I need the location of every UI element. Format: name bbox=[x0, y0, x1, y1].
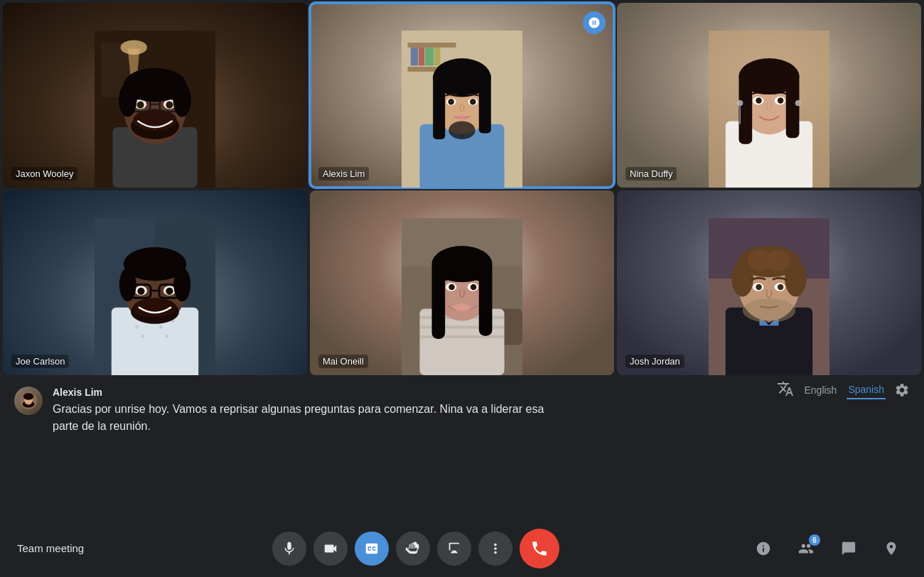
participant-name-alexis: Alexis Lim bbox=[318, 167, 369, 180]
caption-speaker-avatar bbox=[14, 387, 43, 415]
svg-point-17 bbox=[137, 101, 144, 108]
video-tile-nina[interactable]: Nina Duffy bbox=[617, 3, 921, 188]
video-tile-joe[interactable]: Joe Carlson bbox=[3, 190, 307, 375]
toolbar-center bbox=[272, 529, 559, 568]
spanish-language-btn[interactable]: Spanish bbox=[847, 381, 886, 399]
svg-point-101 bbox=[448, 284, 455, 291]
svg-point-119 bbox=[778, 284, 784, 291]
svg-point-84 bbox=[173, 268, 190, 302]
jaxon-avatar-graphic bbox=[3, 31, 307, 188]
svg-point-115 bbox=[766, 249, 790, 271]
svg-point-80 bbox=[137, 288, 144, 295]
svg-point-110 bbox=[743, 298, 796, 323]
svg-point-98 bbox=[453, 303, 471, 312]
meeting-title-area: Team meeting bbox=[17, 542, 84, 555]
language-settings-btn[interactable] bbox=[894, 382, 910, 398]
svg-rect-35 bbox=[433, 73, 445, 140]
svg-point-67 bbox=[141, 334, 144, 338]
svg-rect-26 bbox=[411, 48, 418, 66]
participant-name-jaxon: Jaxon Wooley bbox=[11, 167, 77, 180]
captions-button[interactable] bbox=[355, 532, 389, 566]
svg-rect-28 bbox=[425, 48, 434, 66]
svg-point-57 bbox=[795, 100, 802, 107]
present-button[interactable] bbox=[437, 532, 471, 566]
english-language-btn[interactable]: English bbox=[802, 382, 838, 399]
svg-rect-92 bbox=[420, 335, 505, 338]
participant-name-mai: Mai Oneill bbox=[318, 355, 368, 368]
svg-point-40 bbox=[448, 99, 454, 105]
svg-rect-97 bbox=[479, 261, 493, 336]
camera-button[interactable] bbox=[313, 532, 348, 566]
participant-name-josh: Josh Jordan bbox=[625, 355, 684, 368]
nina-avatar-graphic bbox=[617, 31, 921, 188]
toolbar-right: 6 bbox=[748, 533, 907, 564]
mic-button[interactable] bbox=[272, 532, 306, 566]
svg-point-55 bbox=[778, 97, 784, 104]
bottom-toolbar: Team meeting bbox=[0, 520, 924, 577]
svg-point-102 bbox=[471, 284, 477, 291]
activities-button[interactable] bbox=[876, 533, 907, 564]
svg-point-118 bbox=[756, 284, 762, 291]
svg-point-37 bbox=[448, 122, 475, 140]
mai-avatar-graphic bbox=[310, 218, 614, 375]
svg-point-41 bbox=[470, 99, 476, 105]
svg-rect-29 bbox=[434, 48, 441, 66]
meeting-title: Team meeting bbox=[17, 542, 84, 554]
video-tile-josh[interactable]: Josh Jordan bbox=[617, 190, 921, 375]
svg-point-54 bbox=[756, 97, 762, 104]
caption-text: Gracias por unrise hoy. Vamos a reprisar… bbox=[53, 401, 550, 435]
svg-point-3 bbox=[121, 41, 147, 55]
speaking-indicator bbox=[583, 11, 606, 34]
svg-point-68 bbox=[165, 334, 168, 338]
svg-rect-50 bbox=[739, 72, 753, 144]
video-grid: Jaxon Wooley bbox=[0, 0, 924, 378]
svg-point-65 bbox=[159, 325, 163, 328]
svg-point-123 bbox=[23, 393, 33, 400]
svg-point-63 bbox=[135, 325, 139, 328]
svg-point-21 bbox=[173, 83, 192, 117]
language-bar: English Spanish bbox=[777, 380, 910, 400]
video-tile-mai[interactable]: Mai Oneill bbox=[310, 190, 614, 375]
meeting-info-button[interactable] bbox=[748, 533, 779, 564]
chat-button[interactable] bbox=[833, 533, 864, 564]
svg-point-18 bbox=[166, 101, 173, 108]
svg-rect-24 bbox=[408, 43, 456, 48]
svg-point-83 bbox=[119, 268, 136, 302]
svg-point-56 bbox=[737, 100, 743, 107]
translate-icon bbox=[777, 380, 794, 400]
svg-rect-36 bbox=[479, 73, 491, 134]
svg-rect-96 bbox=[432, 261, 446, 340]
svg-point-81 bbox=[166, 288, 173, 295]
people-count-badge: 6 bbox=[809, 534, 820, 546]
svg-point-42 bbox=[457, 115, 467, 120]
svg-rect-27 bbox=[419, 48, 425, 66]
raise-hand-button[interactable] bbox=[396, 532, 430, 566]
alexis-avatar-graphic bbox=[310, 31, 614, 188]
video-tile-jaxon[interactable]: Jaxon Wooley bbox=[3, 3, 307, 188]
video-tile-alexis[interactable]: Alexis Lim bbox=[310, 3, 614, 188]
end-call-button[interactable] bbox=[520, 529, 559, 568]
participant-name-joe: Joe Carlson bbox=[11, 355, 69, 368]
participant-name-nina: Nina Duffy bbox=[625, 167, 677, 180]
people-button[interactable]: 6 bbox=[790, 533, 822, 564]
svg-point-20 bbox=[119, 83, 137, 117]
joe-avatar-graphic bbox=[3, 218, 307, 375]
more-options-button[interactable] bbox=[478, 532, 512, 566]
josh-avatar-graphic bbox=[617, 218, 921, 375]
